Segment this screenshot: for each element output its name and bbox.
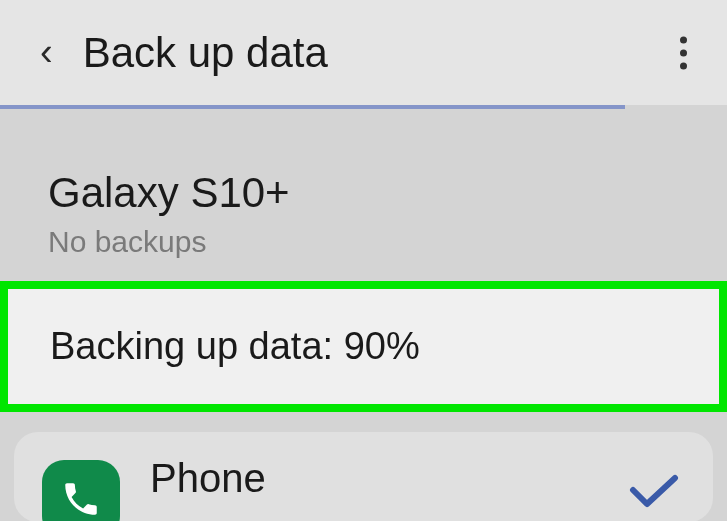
checkmark-icon [629, 474, 679, 508]
backup-item-info: Phone [150, 456, 685, 501]
backup-status: No backups [48, 225, 679, 259]
page-title: Back up data [83, 29, 328, 77]
backup-progress-label: Backing up data: 90% [50, 325, 677, 368]
app-header: ‹ Back up data [0, 0, 727, 105]
backup-item-title: Phone [150, 456, 685, 501]
device-name: Galaxy S10+ [48, 169, 679, 217]
phone-icon [42, 460, 120, 521]
backup-item-phone[interactable]: Phone [14, 432, 713, 521]
device-section: Galaxy S10+ No backups [0, 169, 727, 281]
content-area: Galaxy S10+ No backups Backing up data: … [0, 109, 727, 521]
back-arrow-icon[interactable]: ‹ [40, 31, 53, 74]
more-menu-icon[interactable] [680, 36, 687, 69]
backup-progress-row[interactable]: Backing up data: 90% [0, 281, 727, 412]
